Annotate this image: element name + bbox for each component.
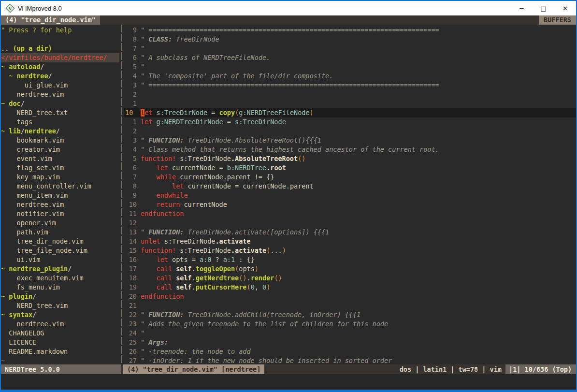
token: : {} — [235, 256, 255, 263]
code-line[interactable]: 7 while currentNode.parent != {} — [124, 173, 576, 182]
tree-item[interactable]: ~ nerdtree_plugin/ — [1, 264, 119, 274]
tree-root-item[interactable]: </vimfiles/bundle/nerdtree/ — [1, 53, 119, 62]
tree-item[interactable]: ~ lib/nerdtree/ — [1, 127, 119, 136]
code-line[interactable]: 3" FUNCTION: TreeDirNode.AbsoluteTreeRoo… — [124, 136, 576, 145]
tree-item[interactable]: .. (up a dir) — [1, 44, 119, 53]
code-line[interactable]: 26" -treenode: the node to add — [124, 347, 576, 356]
token: doc — [9, 100, 20, 107]
code-line[interactable]: 22" FUNCTION: TreeDirNode.addChild(treen… — [124, 310, 576, 319]
code-line[interactable]: 5" — [124, 62, 576, 72]
tree-item[interactable]: menu_item.vim — [1, 191, 119, 200]
code-line[interactable]: 6 let currentNode = b:NERDTree.root — [124, 163, 576, 173]
code-line[interactable]: 2 — [124, 127, 576, 136]
tree-item[interactable]: menu_controller.vim — [1, 182, 119, 191]
code-line[interactable]: 9" =====================================… — [124, 26, 576, 35]
code-line[interactable]: 21 — [124, 301, 576, 310]
code-line[interactable]: 17 call self.toggleOpen(opts) — [124, 264, 576, 274]
tab-tree-dir-node[interactable]: (4) "tree_dir_node.vim" — [1, 15, 100, 25]
tree-item[interactable]: README.markdown — [1, 347, 119, 356]
tree-item[interactable]: ui.vim — [1, 255, 119, 264]
tree-item[interactable]: nerdtree.vim — [1, 200, 119, 209]
tree-item[interactable]: event.vim — [1, 154, 119, 163]
token: bookmark.vim — [1, 136, 64, 144]
maximize-button[interactable]: □ — [533, 1, 554, 15]
code-line[interactable]: 25" Args: — [124, 338, 576, 347]
code-editor[interactable]: 9" =====================================… — [124, 25, 576, 364]
tree-item[interactable]: tree_dir_node.vim — [1, 237, 119, 246]
status-info-item: vim — [490, 365, 502, 373]
tree-item[interactable]: fs_menu.vim — [1, 283, 119, 292]
code-line[interactable]: 24" — [124, 329, 576, 338]
token: call — [157, 265, 173, 273]
tree-item[interactable]: notifier.vim — [1, 209, 119, 218]
tree-item[interactable]: ~ syntax/ — [1, 310, 119, 319]
code-line[interactable]: 3" =====================================… — [124, 81, 576, 90]
code-line[interactable]: 12 — [124, 218, 576, 228]
code-line-cursor[interactable]: 10let s:TreeDirNode = copy(g:NERDTreeFil… — [124, 108, 576, 117]
code-line[interactable]: 9 endwhile — [124, 191, 576, 200]
tree-item[interactable]: path.vim — [1, 228, 119, 237]
code-line[interactable]: 2 — [124, 90, 576, 99]
code-line[interactable]: 18 call self.getNerdtree().render() — [124, 274, 576, 283]
tree-item[interactable]: exec_menuitem.vim — [1, 274, 119, 283]
token: </vimfiles/bundle/nerdtree/ — [1, 54, 107, 61]
tree-item[interactable]: ~ doc/ — [1, 99, 119, 108]
token: s:TreeDirNode — [160, 237, 216, 245]
code-line[interactable]: 4" The 'composite' part of the file/dir … — [124, 72, 576, 81]
code-line[interactable]: 7" — [124, 44, 576, 53]
code-line[interactable]: 8 let currentNode = currentNode.parent — [124, 182, 576, 191]
code-line[interactable]: 15function! s:TreeDirNode.activate(...) — [124, 246, 576, 255]
token: currentNode.parent != {} — [176, 173, 274, 181]
line-number: 26 — [125, 347, 137, 356]
line-number: 27 — [125, 356, 137, 364]
code-line[interactable]: 5function! s:TreeDirNode.AbsoluteTreeRoo… — [124, 154, 576, 163]
code-line[interactable]: 27" -inOrder: 1 if the new node should b… — [124, 356, 576, 364]
tree-item[interactable]: tree_file_node.vim — [1, 246, 119, 255]
token: ( — [247, 283, 251, 291]
code-line[interactable]: 19 call self.putCursorHere(0, 0) — [124, 283, 576, 292]
close-button[interactable]: ✕ — [554, 1, 576, 15]
token: = — [215, 164, 227, 172]
token: while — [157, 173, 176, 181]
window-split-separator[interactable] — [119, 25, 124, 364]
code-line[interactable]: 20endfunction — [124, 292, 576, 301]
tree-item[interactable]: opener.vim — [1, 218, 119, 228]
command-line[interactable] — [1, 374, 576, 390]
tree-item[interactable]: nerdtree.vim — [1, 319, 119, 329]
separator-line — [121, 25, 122, 364]
tree-item[interactable]: NERD_tree.txt — [1, 108, 119, 117]
tree-item[interactable]: ~ — [1, 356, 119, 364]
tree-item[interactable]: CHANGELOG — [1, 329, 119, 338]
tree-item[interactable]: ~ plugin/ — [1, 292, 119, 301]
code-line[interactable]: 4" Class method that returns the highest… — [124, 145, 576, 154]
code-line[interactable]: 23" Adds the given treenode to the list … — [124, 319, 576, 329]
tree-item[interactable]: ~ nerdtree/ — [1, 72, 119, 81]
line-number: 6 — [125, 53, 137, 62]
code-line[interactable]: 8" CLASS: TreeDirNode — [124, 35, 576, 44]
token: ... — [270, 247, 282, 254]
code-line[interactable]: 1let g:NERDTreeDirNode = s:TreeDirNode — [124, 117, 576, 127]
token: et — [144, 109, 152, 116]
tree-item[interactable]: creator.vim — [1, 145, 119, 154]
tree-item[interactable]: ~ autoload/ — [1, 62, 119, 72]
code-line[interactable]: 1 — [124, 99, 576, 108]
tree-item[interactable]: LICENCE — [1, 338, 119, 347]
minimize-button[interactable]: ─ — [511, 1, 533, 15]
tree-item[interactable]: flag_set.vim — [1, 163, 119, 173]
tree-item[interactable]: NERD_tree.vim — [1, 301, 119, 310]
tree-item[interactable]: bookmark.vim — [1, 136, 119, 145]
code-line[interactable]: 14unlet s:TreeDirNode.activate — [124, 237, 576, 246]
tree-item[interactable]: tags — [1, 117, 119, 127]
tree-item[interactable] — [1, 35, 119, 44]
code-line[interactable]: 13" FUNCTION: TreeDirNode.activate([opti… — [124, 228, 576, 237]
token: function! — [141, 247, 176, 254]
tree-item[interactable]: ui_glue.vim — [1, 81, 119, 90]
code-line[interactable]: 11endfunction — [124, 209, 576, 218]
buffers-label[interactable]: BUFFERS — [539, 15, 576, 25]
tree-item[interactable]: nerdtree.vim — [1, 90, 119, 99]
code-line[interactable]: 10 return currentNode — [124, 200, 576, 209]
tree-item[interactable]: " Press ? for help — [1, 26, 119, 35]
code-line[interactable]: 6" A subclass of NERDTreeFileNode. — [124, 53, 576, 62]
tree-item[interactable]: key_map.vim — [1, 173, 119, 182]
code-line[interactable]: 16 let opts = a:0 ? a:1 : {} — [124, 255, 576, 264]
